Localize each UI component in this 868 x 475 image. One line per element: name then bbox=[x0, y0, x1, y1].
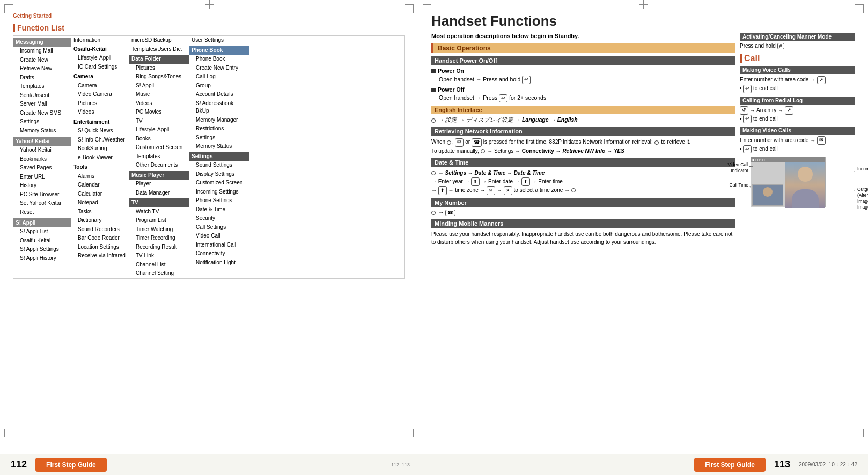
col3-channel-list: Channel List bbox=[129, 261, 189, 270]
video-calls-desc: Enter number with area code → ✉ • ↩ to e… bbox=[740, 136, 855, 153]
col3-customized-screen: Customized Screen bbox=[129, 143, 189, 152]
col1-bookmarks: Bookmarks bbox=[13, 155, 71, 164]
handset-functions-title: Handset Functions bbox=[431, 13, 855, 29]
right-corner-tr bbox=[855, 4, 864, 13]
mynumber-desc: → ☎ bbox=[431, 209, 735, 216]
col1-saved-pages: Saved Pages bbox=[13, 164, 71, 173]
col1-incoming-mail: Incoming Mail bbox=[13, 47, 71, 56]
footer-right: First Step Guide 113 2009/03/02 10：22：42 bbox=[694, 458, 857, 472]
datetime-desc: → Settings → Date & Time → Date & Time →… bbox=[431, 169, 735, 195]
col4-security: Security bbox=[189, 214, 249, 223]
right-corner-br bbox=[855, 429, 864, 437]
col4-phone-book: Phone Book bbox=[189, 55, 249, 64]
col3-watch-tv: Watch TV bbox=[129, 207, 189, 217]
outgoing-portrait-head bbox=[763, 187, 773, 197]
manner-mode-desc: Press and hold # bbox=[740, 43, 855, 49]
voice-calls-desc: Enter number with area code → ↗ • ↩ to e… bbox=[740, 76, 855, 93]
col2-alarms: Alarms bbox=[71, 172, 129, 181]
page-range: 112–113 bbox=[391, 462, 410, 467]
indicator-arrow: ← bbox=[748, 163, 754, 169]
outgoing-arrow: ← bbox=[853, 188, 858, 194]
col1-memory-status: Memory Status bbox=[13, 127, 71, 136]
col2-video-camera: Video Camera bbox=[71, 90, 129, 99]
col2-tools-header: Tools bbox=[71, 163, 129, 172]
col4-memory-status: Memory Status bbox=[189, 142, 249, 151]
calltime-arrow: ← bbox=[748, 183, 754, 189]
handset-side-panel: Activating/Canceling Manner Mode Press a… bbox=[740, 33, 855, 246]
col2-bar-code-reader: Bar Code Reader bbox=[71, 234, 129, 243]
col1-server-mail: Server Mail bbox=[13, 100, 71, 109]
col1-sent-unsent: Sent/Unsent bbox=[13, 91, 71, 100]
first-step-guide-right: First Step Guide bbox=[694, 458, 766, 472]
col1-sappli-settings: S! Appli Settings bbox=[13, 245, 71, 254]
col4-call-log: Call Log bbox=[189, 72, 249, 81]
call-time-label: Call Time bbox=[717, 182, 748, 188]
video-screen-box: ■ 00:00 bbox=[751, 157, 826, 207]
intro-text: Most operation descriptions below begin … bbox=[431, 33, 735, 39]
col1-drafts: Drafts bbox=[13, 73, 71, 83]
english-interface-header: English Interface bbox=[431, 106, 735, 114]
col1-osaifu-keitai: Osaifu-Keitai bbox=[13, 236, 71, 246]
col3-timer-recording: Timer Recording bbox=[129, 234, 189, 243]
right-corner-bl bbox=[423, 429, 431, 437]
footer-center: 112–113 bbox=[391, 462, 410, 467]
col4-restrictions: Restrictions bbox=[189, 124, 249, 133]
col2-calculator: Calculator bbox=[71, 190, 129, 199]
col3-program-list: Program List bbox=[129, 216, 189, 225]
col3: microSD Backup Templates/Users Dic. Data… bbox=[129, 36, 189, 278]
right-corner-tl bbox=[423, 4, 431, 13]
call-header: Call bbox=[740, 54, 855, 63]
outgoing-image-label: Outgoing Image (Alternative Image/ Video… bbox=[857, 187, 868, 210]
col4-settings: Settings bbox=[189, 133, 249, 143]
left-page: Getting Started Function List Messaging … bbox=[0, 0, 418, 454]
voice-calls-header: Making Voice Calls bbox=[740, 66, 855, 74]
col3-tv-link: TV Link bbox=[129, 251, 189, 261]
col3-other-documents: Other Documents bbox=[129, 161, 189, 170]
col2-sinfo-ch: S! Info Ch./Weather bbox=[71, 136, 129, 145]
col2-notepad: Notepad bbox=[71, 198, 129, 207]
col1-yahoo-header: Yahoo! Keitai bbox=[13, 137, 71, 146]
manner-mode-header: Activating/Canceling Manner Mode bbox=[740, 33, 855, 41]
right-cross-top bbox=[639, 0, 648, 9]
col4-account-details: Account Details bbox=[189, 90, 249, 99]
col4-addressbook-bkup: S! Addressbook BkUp bbox=[189, 99, 249, 116]
col2-dictionary: Dictionary bbox=[71, 216, 129, 225]
col3-music-player-header: Music Player bbox=[129, 171, 189, 180]
col2-pictures: Pictures bbox=[71, 99, 129, 108]
col4-settings-header: Settings bbox=[189, 152, 249, 161]
col1-sappli-header: S! Appli bbox=[13, 218, 71, 227]
redial-log-header: Calling from Redial Log bbox=[740, 97, 855, 105]
col2-lifestyle-appli: Lifestyle-Appli bbox=[71, 54, 129, 63]
basic-ops-header: Basic Operations bbox=[431, 43, 735, 53]
cross-top bbox=[205, 0, 214, 9]
col2-tasks: Tasks bbox=[71, 207, 129, 217]
video-call-diagram: Video Call Indicator Call Time ■ 00:00 bbox=[751, 157, 855, 207]
col1-create-new-sms: Create New SMS bbox=[13, 109, 71, 118]
function-columns: Messaging Incoming Mail Create New Retri… bbox=[13, 35, 405, 279]
corner-tl bbox=[4, 4, 13, 13]
col3-sappli: S! Appli bbox=[129, 81, 189, 91]
col1-settings: Settings bbox=[13, 117, 71, 127]
footer-date: 2009/03/02 10：22：42 bbox=[799, 461, 857, 469]
getting-started-label: Getting Started bbox=[13, 13, 405, 20]
power-off-section: Power Off Open handset → Press ↩ for 2+ … bbox=[431, 86, 735, 103]
col1-enter-url: Enter URL bbox=[13, 173, 71, 182]
video-screen-topbar: ■ 00:00 bbox=[751, 157, 825, 162]
col3-books: Books bbox=[129, 135, 189, 144]
english-interface-desc: → 設定 → ディスプレイ設定 → Language → English bbox=[431, 116, 735, 124]
col2-receive-infrared: Receive via Infrared bbox=[71, 251, 129, 261]
col2-calendar: Calendar bbox=[71, 181, 129, 190]
col1-reset: Reset bbox=[13, 208, 71, 217]
corner-tr bbox=[405, 4, 414, 13]
col2-squick-news: S! Quick News bbox=[71, 127, 129, 136]
redial-desc: ↺ → An entry → ↗ • ↩ to end call bbox=[740, 106, 855, 123]
col3-pc-movies: PC Movies bbox=[129, 108, 189, 117]
col3-tv: TV bbox=[129, 117, 189, 126]
col2-information: Information bbox=[71, 36, 129, 45]
minding-header: Minding Mobile Manners bbox=[431, 219, 735, 228]
col4-customized-screen: Customized Screen bbox=[189, 179, 249, 188]
col1-history: History bbox=[13, 181, 71, 190]
col1-sappli-history: S! Appli History bbox=[13, 254, 71, 263]
col1: Messaging Incoming Mail Create New Retri… bbox=[13, 36, 71, 278]
col2-ic-card: IC Card Settings bbox=[71, 63, 129, 72]
